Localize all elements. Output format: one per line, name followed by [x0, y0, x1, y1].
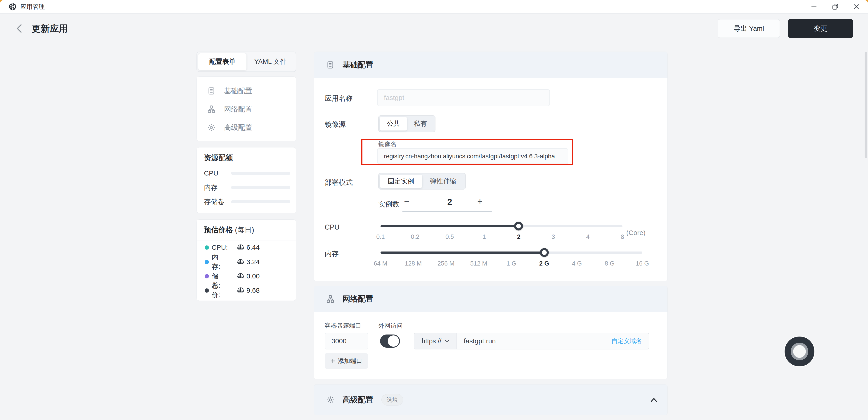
main-content: 基础配置 应用名称 fastgpt 镜像源 公共 私有 镜像名: [314, 52, 668, 415]
legend-dot: [205, 274, 209, 278]
sidebar-item-basic-config[interactable]: 基础配置: [197, 82, 296, 100]
price-subtitle: (每日): [235, 226, 254, 234]
image-name-value: registry.cn-hangzhou.aliyuncs.com/fastgp…: [384, 153, 555, 160]
tick-label: 256 M: [437, 260, 455, 267]
advanced-config-section[interactable]: 高级配置 选填: [314, 384, 668, 415]
protocol-value: https://: [422, 337, 441, 345]
container-port-value: 3000: [332, 337, 347, 345]
close-icon[interactable]: [853, 3, 860, 10]
back-button[interactable]: [14, 24, 24, 33]
org-chart-icon: [207, 105, 215, 113]
seashell-icon: [237, 258, 244, 266]
advanced-config-header: 高级配置 选填: [314, 385, 668, 415]
cpu-unit-label: (Core): [626, 229, 646, 237]
price-label: 总价:: [212, 281, 220, 300]
price-value: 9.68: [246, 287, 259, 294]
external-access-toggle[interactable]: [380, 334, 400, 348]
image-source-switch: 公共 私有: [378, 115, 435, 132]
gear-icon: [207, 123, 215, 132]
quota-bar: [231, 186, 290, 189]
app-name-placeholder: fastgpt: [384, 94, 404, 101]
tick-label: 128 M: [405, 260, 422, 267]
cpu-slider-track[interactable]: [380, 225, 622, 227]
image-name-input[interactable]: registry.cn-hangzhou.aliyuncs.com/fastgp…: [377, 148, 568, 164]
section-title: 基础配置: [343, 60, 373, 70]
container-port-label: 容器暴露端口: [325, 322, 361, 330]
restore-icon[interactable]: [832, 3, 839, 10]
network-config-header: 网络配置: [314, 286, 668, 312]
deploy-autoscale[interactable]: 弹性伸缩: [422, 175, 464, 188]
replicas-label: 实例数: [378, 200, 399, 209]
image-name-label: 镜像名: [378, 140, 397, 148]
tick-label: 3: [552, 233, 555, 240]
page-header: 更新应用 导出 Yaml 变更: [0, 13, 868, 43]
cpu-slider-handle[interactable]: [514, 222, 523, 231]
price-value: 3.24: [246, 258, 259, 266]
add-port-label: 添加端口: [338, 357, 363, 365]
quota-title: 资源配额: [197, 147, 296, 163]
annotation-red-box: 镜像名 registry.cn-hangzhou.aliyuncs.com/fa…: [361, 139, 573, 165]
sidebar-item-advanced-config[interactable]: 高级配置: [197, 118, 296, 137]
tick-label: 0.1: [376, 233, 385, 240]
plus-icon: [330, 358, 335, 363]
section-nav: 基础配置 网络配置: [196, 77, 296, 141]
app-name-input[interactable]: fastgpt: [377, 89, 550, 106]
quota-label: CPU: [204, 170, 218, 177]
tick-label: 8: [621, 233, 624, 240]
legend-dot: [205, 288, 209, 293]
sidebar-item-network-config[interactable]: 网络配置: [197, 100, 296, 118]
memory-slider-ticks: 64 M 128 M 256 M 512 M 1 G 2 G 4 G 8 G 1…: [380, 260, 642, 268]
tick-label: 2: [517, 233, 521, 240]
cursor-indicator: [784, 336, 814, 366]
protocol-select[interactable]: https://: [414, 333, 457, 349]
legend-dot: [205, 260, 209, 264]
tick-label: 4: [586, 233, 590, 240]
sidebar-item-label: 高级配置: [224, 123, 252, 132]
price-title: 预估价格 (每日): [197, 220, 296, 235]
memory-slider-track[interactable]: [380, 251, 642, 254]
tick-label: 64 M: [374, 260, 387, 267]
add-port-button[interactable]: 添加端口: [325, 353, 368, 369]
tab-config-form[interactable]: 配置表单: [198, 53, 246, 70]
minimize-icon[interactable]: [811, 3, 817, 10]
document-icon: [326, 61, 334, 69]
image-source-public[interactable]: 公共: [380, 117, 407, 130]
plus-button[interactable]: +: [477, 197, 483, 205]
quota-label: 内存: [204, 183, 218, 192]
tick-label: 8 G: [604, 260, 615, 267]
deploy-mode-label: 部署模式: [325, 178, 353, 187]
sidebar-item-label: 网络配置: [224, 104, 252, 114]
minus-button[interactable]: −: [404, 197, 409, 205]
memory-slider-handle[interactable]: [540, 248, 549, 257]
basic-config-section: 基础配置 应用名称 fastgpt 镜像源 公共 私有 镜像名: [314, 52, 668, 281]
domain-input[interactable]: fastgpt.run 自定义域名: [457, 333, 649, 349]
domain-value: fastgpt.run: [464, 337, 496, 345]
vertical-scrollbar[interactable]: [865, 52, 867, 158]
container-port-input[interactable]: 3000: [325, 333, 368, 350]
network-config-section: 网络配置 容器暴露端口 外网访问 3000 https://: [314, 286, 668, 379]
gear-icon: [326, 396, 334, 404]
apply-changes-button[interactable]: 变更: [788, 19, 853, 38]
divider: [197, 168, 296, 168]
tick-label: 1 G: [506, 260, 517, 267]
tab-yaml-file[interactable]: YAML 文件: [246, 53, 294, 70]
toggle-knob: [388, 335, 399, 347]
image-source-private[interactable]: 私有: [407, 117, 434, 130]
document-icon: [207, 87, 215, 95]
export-yaml-button[interactable]: 导出 Yaml: [718, 19, 780, 38]
cpu-slider-label: CPU: [325, 223, 339, 231]
chevron-down-icon: [445, 340, 449, 342]
sidebar-item-label: 基础配置: [224, 86, 252, 96]
deploy-fixed[interactable]: 固定实例: [380, 175, 422, 188]
tick-label: 0.2: [411, 233, 420, 240]
chevron-up-icon[interactable]: [650, 398, 657, 402]
tick-label: 1: [483, 233, 486, 240]
quota-label: 存储卷: [204, 197, 224, 207]
app-window: 应用管理 更新应用 导出: [0, 0, 868, 420]
price-value: 0.00: [246, 272, 259, 280]
custom-domain-link[interactable]: 自定义域名: [611, 337, 642, 345]
estimated-price-card: 预估价格 (每日) CPU: 6.44 内存:: [196, 219, 296, 301]
tick-label: 512 M: [470, 260, 487, 267]
seashell-icon: [237, 287, 244, 294]
section-title: 高级配置: [343, 395, 373, 405]
